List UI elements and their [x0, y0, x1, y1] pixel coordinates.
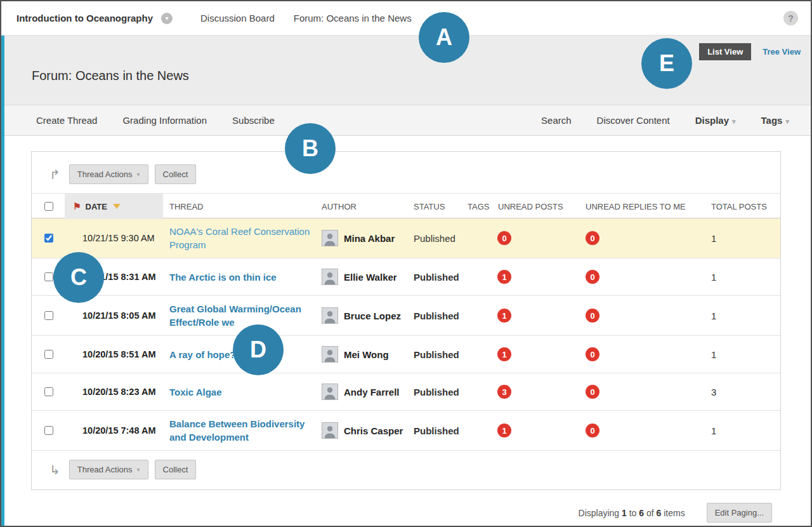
total-posts-cell: 1 [702, 349, 780, 360]
action-bar-right: Search Discover Content Display▾ Tags▾ [541, 115, 789, 126]
sort-descending-icon [113, 204, 121, 209]
breadcrumb-forum: Forum: Oceans in the News [294, 13, 412, 23]
paging-status: Displaying 1 to 6 of 6 items [579, 508, 685, 518]
paging-start: 1 [622, 508, 627, 518]
thread-title-cell: NOAA's Coral Reef Conservation Program [163, 218, 315, 258]
unread-replies-cell: 0 [575, 309, 702, 323]
unread-replies-cell: 0 [575, 385, 702, 399]
paging-total: 6 [657, 508, 662, 518]
thread-date: 10/20/15 7:48 AM [65, 425, 163, 436]
discussion-forum-screen: Introduction to Oceanography ▾ Discussio… [0, 0, 812, 527]
thread-actions-button-bottom[interactable]: Thread Actions▾ [69, 460, 148, 479]
row-checkbox[interactable] [44, 234, 53, 243]
row-checkbox-cell [32, 309, 65, 322]
row-checkbox[interactable] [44, 387, 53, 396]
thread-author-cell: Ellie Walker [315, 269, 410, 285]
unread-posts-cell: 0 [490, 231, 575, 245]
unread-replies-badge: 0 [586, 385, 599, 399]
unread-replies-badge: 0 [586, 270, 599, 284]
unread-posts-cell: 1 [490, 424, 575, 437]
date-column-header[interactable]: ⚑ DATE [65, 194, 163, 219]
thread-status: Published [410, 349, 461, 360]
thread-link[interactable]: Great Global Warming/Ocean Effect/Role w… [169, 302, 310, 329]
annotation-callout-c: C [53, 252, 104, 303]
tags-column-header[interactable]: TAGS [461, 202, 490, 211]
paging-suffix: items [664, 508, 684, 518]
row-checkbox-cell [32, 232, 65, 244]
list-view-button[interactable]: List View [699, 43, 751, 60]
thread-date: 10/21/15 8:05 AM [65, 310, 163, 321]
author-avatar [322, 230, 338, 246]
thread-link[interactable]: Balance Between Biodiversity and Develop… [169, 417, 310, 444]
unread-replies-cell: 0 [575, 231, 702, 245]
unread-posts-badge: 1 [497, 424, 511, 437]
annotation-callout-b: B [285, 123, 336, 174]
discover-content-button[interactable]: Discover Content [597, 115, 670, 126]
total-posts-column-header[interactable]: TOTAL POSTS [702, 202, 780, 211]
course-menu-chevron-icon[interactable]: ▾ [161, 13, 173, 24]
unread-replies-cell: 0 [575, 270, 702, 284]
thread-status: Published [410, 387, 461, 397]
row-checkbox[interactable] [44, 426, 53, 435]
row-checkbox[interactable] [44, 350, 53, 359]
view-toggle: List View Tree View [699, 43, 801, 60]
action-bar: Create Thread Grading Information Subscr… [1, 105, 811, 136]
unread-replies-column-header[interactable]: UNREAD REPLIES TO ME [575, 202, 702, 211]
grading-information-button[interactable]: Grading Information [122, 115, 207, 126]
thread-link[interactable]: NOAA's Coral Reef Conservation Program [169, 225, 310, 251]
thread-actions-button-top[interactable]: Thread Actions▾ [69, 164, 148, 184]
unread-replies-badge: 0 [586, 424, 599, 437]
author-column-header[interactable]: AUTHOR [315, 202, 410, 211]
unread-replies-cell: 0 [575, 424, 702, 437]
thread-author-cell: Mina Akbar [315, 230, 410, 246]
total-posts-cell: 1 [702, 233, 780, 244]
subscribe-button[interactable]: Subscribe [232, 115, 275, 126]
branch-arrow-bottom-icon: ↳ [49, 464, 60, 476]
chevron-down-icon: ▾ [136, 171, 140, 178]
thread-column-header[interactable]: THREAD [163, 202, 315, 211]
tree-view-link[interactable]: Tree View [763, 47, 801, 57]
total-posts-cell: 1 [702, 310, 780, 321]
author-avatar [322, 422, 338, 439]
breadcrumb-discussion-board[interactable]: Discussion Board [200, 13, 275, 23]
thread-status: Published [410, 425, 461, 436]
total-posts-cell: 1 [702, 425, 780, 436]
thread-date: 10/20/15 8:23 AM [65, 387, 163, 397]
thread-title-cell: Great Global Warming/Ocean Effect/Role w… [163, 296, 315, 335]
row-checkbox[interactable] [44, 311, 53, 320]
edit-paging-button[interactable]: Edit Paging... [707, 503, 772, 523]
total-posts-cell: 3 [702, 387, 780, 397]
table-row: 10/20/15 8:51 AM A ray of hope? Mei Wong… [32, 336, 780, 373]
help-icon[interactable]: ? [783, 11, 798, 25]
total-posts-cell: 1 [702, 272, 780, 283]
author-name: Mei Wong [344, 349, 389, 360]
status-column-header[interactable]: STATUS [410, 202, 461, 211]
display-menu-button[interactable]: Display▾ [695, 115, 736, 126]
date-header-label: DATE [86, 202, 107, 211]
paging-of: of [646, 508, 654, 518]
select-all-checkbox[interactable] [44, 202, 53, 211]
table-row: 10/21/15 8:05 AM Great Global Warming/Oc… [32, 296, 780, 336]
table-row: 10/21/15 8:31 AM The Arctic is on thin i… [32, 258, 780, 296]
thread-status: Published [410, 310, 461, 321]
table-row: 10/20/15 8:23 AM Toxic Algae Andy Farrel… [32, 373, 780, 411]
flag-icon: ⚑ [73, 202, 81, 211]
search-button[interactable]: Search [541, 115, 572, 126]
row-checkbox-cell [32, 348, 65, 361]
create-thread-button[interactable]: Create Thread [36, 115, 97, 126]
paging-prefix: Displaying [579, 508, 620, 518]
tags-menu-button[interactable]: Tags▾ [761, 115, 789, 126]
thread-link[interactable]: A ray of hope? [169, 348, 235, 361]
course-title: Introduction to Oceanography [16, 13, 153, 23]
unread-replies-badge: 0 [586, 231, 599, 245]
unread-posts-badge: 1 [497, 270, 511, 284]
thread-author-cell: Bruce Lopez [315, 307, 410, 324]
row-checkbox[interactable] [44, 272, 53, 281]
thread-link[interactable]: Toxic Algae [169, 385, 222, 399]
collect-button-top[interactable]: Collect [155, 164, 197, 184]
unread-posts-column-header[interactable]: UNREAD POSTS [490, 202, 575, 211]
collect-button-bottom[interactable]: Collect [155, 460, 197, 479]
thread-link[interactable]: The Arctic is on thin ice [169, 270, 277, 284]
unread-posts-badge: 1 [497, 347, 511, 361]
table-header-row: ⚑ DATE THREAD AUTHOR STATUS TAGS UNREAD … [32, 193, 780, 218]
